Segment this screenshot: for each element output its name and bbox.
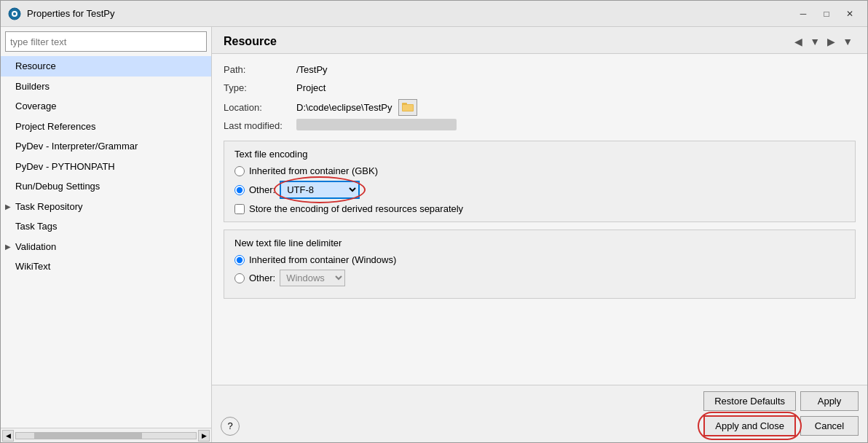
sidebar-item-label: Coverage xyxy=(15,99,56,114)
other-encoding-row: Other: UTF-8 ISO-8859-1 US-ASCII UTF-16 … xyxy=(234,181,845,199)
encoding-section: Text file encoding Inherited from contai… xyxy=(224,141,856,222)
encoding-select[interactable]: UTF-8 ISO-8859-1 US-ASCII UTF-16 UTF-16B… xyxy=(280,181,360,199)
window-title: Properties for TestPy xyxy=(27,8,114,19)
window: Properties for TestPy ─ □ ✕ Resource Bui… xyxy=(0,0,868,443)
store-encoding-checkbox[interactable] xyxy=(234,204,245,214)
inherited-encoding-radio[interactable] xyxy=(234,166,245,176)
sidebar-item-wikitext[interactable]: WikiText xyxy=(1,256,211,277)
title-bar-left: Properties for TestPy xyxy=(8,7,114,20)
sidebar-list: Resource Builders Coverage Project Refer… xyxy=(1,56,211,428)
forward-dropdown-button[interactable]: ▼ xyxy=(840,34,856,49)
minimize-button[interactable]: ─ xyxy=(793,6,813,22)
sidebar-item-label: Builders xyxy=(15,79,50,94)
sidebar-item-label: PyDev - PYTHONPATH xyxy=(15,160,115,174)
title-bar-controls: ─ □ ✕ xyxy=(793,6,860,22)
cancel-button[interactable]: Cancel xyxy=(800,416,859,436)
main-footer: Restore Defaults Apply ? Apply and Close… xyxy=(212,385,867,442)
navigation-arrows: ◀ ▼ ▶ ▼ xyxy=(792,34,856,49)
sidebar-item-task-tags[interactable]: Task Tags xyxy=(1,216,211,237)
sidebar-item-label: Task Repository xyxy=(15,200,82,214)
sidebar-horizontal-scrollbar: ◀ ▶ xyxy=(1,428,211,442)
expand-arrow-icon: ▶ xyxy=(5,241,11,252)
apply-button[interactable]: Apply xyxy=(800,391,859,411)
restore-defaults-button[interactable]: Restore Defaults xyxy=(703,391,796,411)
sidebar-item-project-references[interactable]: Project References xyxy=(1,117,211,137)
maximize-button[interactable]: □ xyxy=(816,6,837,22)
svg-rect-5 xyxy=(403,105,413,111)
scroll-right-button[interactable]: ▶ xyxy=(198,430,210,442)
encoding-section-title: Text file encoding xyxy=(234,149,845,160)
main-panel: Resource ◀ ▼ ▶ ▼ Path: /TestPy Type: Pro… xyxy=(212,27,867,442)
back-button[interactable]: ◀ xyxy=(792,34,805,49)
path-value: /TestPy xyxy=(296,63,328,78)
apply-close-wrapper: Apply and Close xyxy=(703,415,796,436)
apply-close-button[interactable]: Apply and Close xyxy=(703,415,796,436)
last-modified-label: Last modified: xyxy=(224,119,296,134)
inherited-encoding-row: Inherited from container (GBK) xyxy=(234,165,845,176)
sidebar-item-label: Resource xyxy=(15,59,56,74)
path-row: Path: /TestPy xyxy=(224,63,856,78)
sidebar-item-task-repository[interactable]: ▶ Task Repository xyxy=(1,197,211,217)
location-row: Location: D:\code\eclipse\TestPy xyxy=(224,99,856,116)
sidebar-item-label: PyDev - Interpreter/Grammar xyxy=(15,139,138,154)
type-value: Project xyxy=(296,81,326,96)
last-modified-value xyxy=(296,119,457,130)
horizontal-scroll-thumb xyxy=(34,433,142,439)
line-delimiter-section: New text file line delimiter Inherited f… xyxy=(224,230,856,299)
scroll-left-button[interactable]: ◀ xyxy=(2,430,14,442)
encoding-dropdown-wrapper: UTF-8 ISO-8859-1 US-ASCII UTF-16 UTF-16B… xyxy=(280,181,360,199)
main-header: Resource ◀ ▼ ▶ ▼ xyxy=(212,27,867,54)
inherited-encoding-label: Inherited from container (GBK) xyxy=(249,165,378,176)
content-area: Resource Builders Coverage Project Refer… xyxy=(1,27,867,442)
other-encoding-radio[interactable] xyxy=(234,185,245,195)
filter-input[interactable] xyxy=(5,31,207,52)
sidebar-item-label: Project References xyxy=(15,119,96,134)
main-body: Path: /TestPy Type: Project Location: D:… xyxy=(212,54,867,385)
type-label: Type: xyxy=(224,81,296,96)
sidebar-item-coverage[interactable]: Coverage xyxy=(1,96,211,117)
horizontal-scroll-track[interactable] xyxy=(15,432,197,439)
folder-icon xyxy=(402,101,414,111)
sidebar-item-pydev-interpreter[interactable]: PyDev - Interpreter/Grammar xyxy=(1,136,211,157)
location-label: Location: xyxy=(224,102,296,113)
sidebar-item-label: Run/Debug Settings xyxy=(15,179,100,194)
sidebar-item-resource[interactable]: Resource xyxy=(1,56,211,77)
other-line-row: Other: Windows Unix Mac OS X xyxy=(234,270,845,286)
sidebar-item-pydev-pythonpath[interactable]: PyDev - PYTHONPATH xyxy=(1,157,211,177)
inherited-line-label: Inherited from container (Windows) xyxy=(249,254,396,265)
store-encoding-row: Store the encoding of derived resources … xyxy=(234,203,845,214)
sidebar-item-builders[interactable]: Builders xyxy=(1,77,211,97)
inherited-line-row: Inherited from container (Windows) xyxy=(234,254,845,265)
sidebar-item-label: WikiText xyxy=(15,259,50,274)
back-dropdown-button[interactable]: ▼ xyxy=(807,34,823,49)
forward-button[interactable]: ▶ xyxy=(824,34,838,49)
store-encoding-label: Store the encoding of derived resources … xyxy=(249,203,463,214)
title-bar: Properties for TestPy ─ □ ✕ xyxy=(1,1,867,27)
last-modified-row: Last modified: xyxy=(224,119,856,134)
help-button[interactable]: ? xyxy=(221,417,240,436)
sidebar-item-run-debug[interactable]: Run/Debug Settings xyxy=(1,176,211,197)
location-value: D:\code\eclipse\TestPy xyxy=(296,102,392,113)
sidebar-item-label: Task Tags xyxy=(15,219,58,234)
sidebar: Resource Builders Coverage Project Refer… xyxy=(1,27,212,442)
line-delimiter-section-title: New text file line delimiter xyxy=(234,238,845,248)
expand-arrow-icon: ▶ xyxy=(5,201,11,212)
type-row: Type: Project xyxy=(224,81,856,96)
line-delimiter-select[interactable]: Windows Unix Mac OS X xyxy=(280,270,345,286)
sidebar-item-label: Validation xyxy=(15,240,56,254)
inherited-line-radio[interactable] xyxy=(234,255,245,265)
sidebar-item-validation[interactable]: ▶ Validation xyxy=(1,237,211,257)
other-line-radio[interactable] xyxy=(234,273,245,283)
other-line-text: Other: xyxy=(249,273,275,283)
footer-row2: ? Apply and Close Cancel xyxy=(221,415,859,436)
app-icon xyxy=(8,7,21,20)
close-button[interactable]: ✕ xyxy=(840,6,860,22)
location-browse-button[interactable] xyxy=(398,99,417,116)
main-title: Resource xyxy=(224,35,277,48)
footer-row1: Restore Defaults Apply xyxy=(221,391,859,411)
path-label: Path: xyxy=(224,63,296,78)
other-encoding-text: Other: xyxy=(249,184,275,195)
svg-point-2 xyxy=(13,12,16,15)
